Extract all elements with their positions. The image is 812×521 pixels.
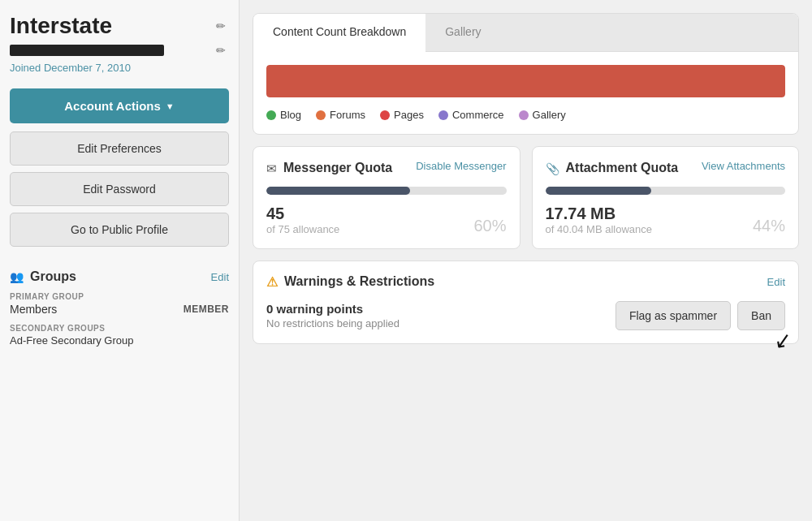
attachment-quota-bar-bg bbox=[546, 187, 786, 195]
messenger-quota-percent: 60% bbox=[473, 217, 506, 235]
quota-row: Messenger Quota Disable Messenger 45 of … bbox=[253, 146, 799, 249]
account-actions-button[interactable]: Account Actions ▼ bbox=[10, 88, 229, 123]
groups-edit-link[interactable]: Edit bbox=[211, 271, 229, 283]
legend-label-pages: Pages bbox=[394, 109, 424, 121]
legend-pages: Pages bbox=[380, 109, 424, 121]
messenger-icon bbox=[266, 161, 277, 176]
content-bar-chart bbox=[266, 65, 785, 97]
bar-segment-all bbox=[266, 65, 785, 97]
attachment-quota-percent: 44% bbox=[753, 217, 785, 235]
primary-group-name: Members bbox=[10, 303, 57, 316]
legend-blog: Blog bbox=[266, 109, 301, 121]
attachment-quota-bar-fill bbox=[546, 187, 651, 195]
legend-commerce: Commerce bbox=[438, 109, 504, 121]
edit-preferences-button[interactable]: Edit Preferences bbox=[10, 131, 229, 166]
secondary-group-name: Ad-Free Secondary Group bbox=[10, 334, 229, 347]
chart-legend: Blog Forums Pages Commerce Gallery bbox=[266, 109, 785, 121]
warnings-card: ⚠ Warnings & Restrictions Edit 0 warning… bbox=[253, 260, 799, 344]
warning-restrictions: No restrictions being applied bbox=[266, 317, 400, 329]
warnings-title: Warnings & Restrictions bbox=[284, 274, 434, 289]
legend-gallery: Gallery bbox=[519, 109, 566, 121]
tab-content-count[interactable]: Content Count Breakdown bbox=[253, 14, 425, 52]
legend-dot-blog bbox=[266, 110, 276, 120]
messenger-quota-allowance: of 75 allowance bbox=[266, 223, 339, 235]
tabs-bar: Content Count Breakdown Gallery bbox=[253, 14, 798, 52]
member-badge: MEMBER bbox=[184, 304, 229, 315]
ban-button[interactable]: Ban bbox=[737, 301, 785, 330]
legend-forums: Forums bbox=[316, 109, 365, 121]
flag-as-spammer-button[interactable]: Flag as spammer bbox=[615, 301, 731, 330]
tab-gallery[interactable]: Gallery bbox=[425, 14, 500, 51]
legend-dot-gallery bbox=[519, 110, 529, 120]
ban-button-wrap: Ban ↙ bbox=[737, 301, 785, 330]
messenger-quota-card: Messenger Quota Disable Messenger 45 of … bbox=[253, 146, 520, 249]
edit-username-button[interactable]: ✏ bbox=[213, 18, 229, 34]
sidebar: Interstate ✏ ✏ Joined December 7, 2010 A… bbox=[0, 0, 240, 521]
messenger-quota-bar-fill bbox=[266, 187, 410, 195]
username: Interstate bbox=[10, 13, 112, 39]
view-attachments-link[interactable]: View Attachments bbox=[702, 160, 785, 172]
warning-triangle-icon: ⚠ bbox=[266, 274, 278, 290]
main-content: Content Count Breakdown Gallery Blog For… bbox=[240, 0, 812, 521]
chart-area: Blog Forums Pages Commerce Gallery bbox=[253, 52, 798, 134]
disable-messenger-link[interactable]: Disable Messenger bbox=[416, 160, 506, 172]
messenger-quota-bar-bg bbox=[266, 187, 507, 195]
legend-label-gallery: Gallery bbox=[533, 109, 566, 121]
account-actions-label: Account Actions bbox=[64, 99, 161, 113]
caret-icon: ▼ bbox=[166, 101, 175, 111]
legend-label-blog: Blog bbox=[280, 109, 301, 121]
secondary-group-label: SECONDARY GROUPS bbox=[10, 324, 229, 333]
username-bar bbox=[10, 45, 164, 56]
groups-icon bbox=[10, 269, 24, 284]
attachment-quota-title: Attachment Quota bbox=[566, 160, 679, 177]
legend-label-forums: Forums bbox=[330, 109, 365, 121]
primary-group-label: PRIMARY GROUP bbox=[10, 292, 229, 301]
warnings-actions: Flag as spammer Ban ↙ bbox=[615, 301, 785, 330]
messenger-quota-title: Messenger Quota bbox=[283, 160, 392, 177]
warning-points: 0 warning points bbox=[266, 302, 400, 316]
warnings-edit-link[interactable]: Edit bbox=[767, 276, 785, 288]
groups-section: Groups Edit PRIMARY GROUP Members MEMBER… bbox=[10, 269, 229, 347]
attachment-icon bbox=[546, 161, 559, 176]
legend-dot-pages bbox=[380, 110, 390, 120]
messenger-quota-value: 45 bbox=[266, 205, 339, 223]
legend-label-commerce: Commerce bbox=[452, 109, 504, 121]
cursor-arrow-icon: ↙ bbox=[771, 326, 793, 354]
edit-bar-button[interactable]: ✏ bbox=[213, 42, 229, 58]
edit-password-button[interactable]: Edit Password bbox=[10, 172, 229, 206]
join-date: Joined December 7, 2010 bbox=[10, 62, 229, 74]
legend-dot-commerce bbox=[438, 110, 448, 120]
content-count-card: Content Count Breakdown Gallery Blog For… bbox=[253, 13, 799, 135]
attachment-quota-allowance: of 40.04 MB allowance bbox=[546, 223, 653, 235]
attachment-quota-value: 17.74 MB bbox=[546, 205, 653, 223]
legend-dot-forums bbox=[316, 110, 326, 120]
go-to-public-profile-button[interactable]: Go to Public Profile bbox=[10, 213, 229, 247]
groups-title: Groups bbox=[30, 269, 76, 284]
attachment-quota-card: Attachment Quota View Attachments 17.74 … bbox=[532, 146, 800, 249]
